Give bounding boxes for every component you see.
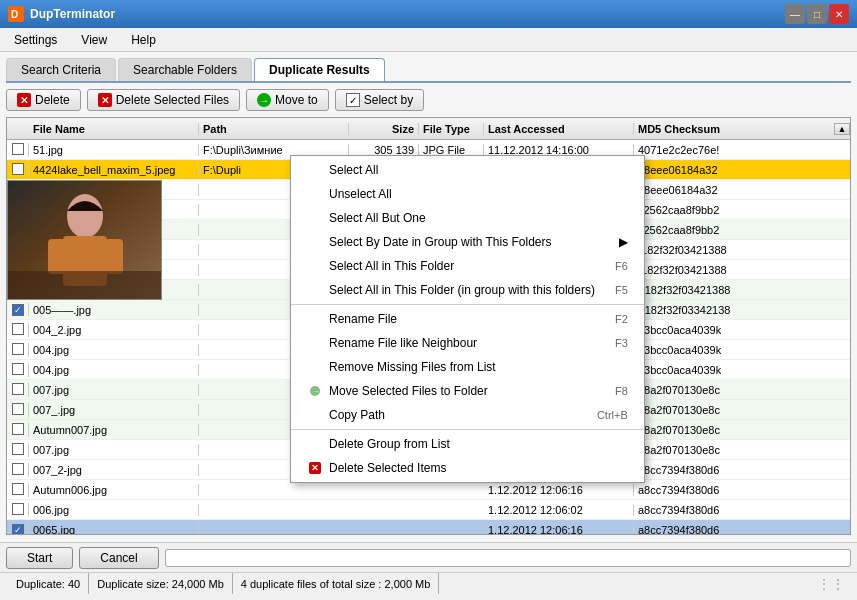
delete-selected-label: Delete Selected Files bbox=[116, 93, 229, 107]
select-by-button[interactable]: ✓ Select by bbox=[335, 89, 424, 111]
ctx-move-selected-label: Move Selected Files to Folder bbox=[329, 384, 595, 398]
row-filename: 006.jpg bbox=[29, 504, 199, 516]
row-checkbox[interactable] bbox=[7, 483, 29, 497]
delete-selected-button[interactable]: ✕ Delete Selected Files bbox=[87, 89, 240, 111]
ctx-separator-2 bbox=[291, 429, 644, 430]
close-button[interactable]: ✕ bbox=[829, 4, 849, 24]
row-checkbox[interactable]: ✓ bbox=[7, 523, 29, 534]
row-filename: 004_2.jpg bbox=[29, 324, 199, 336]
minimize-button[interactable]: — bbox=[785, 4, 805, 24]
row-filename: 007_.jpg bbox=[29, 404, 199, 416]
svg-text:✕: ✕ bbox=[311, 463, 319, 473]
ctx-select-all-folder-group[interactable]: Select All in This Folder (in group with… bbox=[291, 278, 644, 302]
ctx-separator-1 bbox=[291, 304, 644, 305]
row-accessed: 1.12.2012 12:06:16 bbox=[484, 524, 634, 535]
ctx-rename-like-neighbour[interactable]: Rename File like Neighbour F3 bbox=[291, 331, 644, 355]
ctx-shortcut-f3: F3 bbox=[615, 337, 628, 349]
status-duplicate-count: Duplicate: 40 bbox=[8, 573, 89, 594]
row-checkbox[interactable]: ✓ bbox=[7, 283, 29, 296]
row-checkbox[interactable] bbox=[7, 463, 29, 477]
ctx-shortcut-ctrlb: Ctrl+B bbox=[597, 409, 628, 421]
header-md5: MD5 Checksum bbox=[634, 123, 834, 135]
ctx-shortcut-f8: F8 bbox=[615, 385, 628, 397]
row-checkbox[interactable] bbox=[7, 143, 29, 157]
ctx-delete-selected[interactable]: ✕ Delete Selected Items bbox=[291, 456, 644, 480]
row-checkbox[interactable] bbox=[7, 263, 29, 277]
row-checkbox[interactable] bbox=[7, 163, 29, 177]
app-icon: D bbox=[8, 6, 24, 22]
row-checkbox[interactable] bbox=[7, 343, 29, 357]
row-md5: a8cc7394f380d6 bbox=[634, 464, 850, 476]
row-md5: f182f32f03421388 bbox=[634, 244, 850, 256]
tab-searchable-folders[interactable]: Searchable Folders bbox=[118, 58, 252, 81]
status-grip: ⋮⋮ bbox=[439, 576, 849, 592]
ctx-select-but-one[interactable]: Select All But One bbox=[291, 206, 644, 230]
menu-help[interactable]: Help bbox=[125, 31, 162, 49]
row-md5: c2562caa8f9bb2 bbox=[634, 224, 850, 236]
ctx-delete-group[interactable]: Delete Group from List bbox=[291, 432, 644, 456]
row-checkbox[interactable] bbox=[7, 203, 29, 217]
ctx-rename-file[interactable]: Rename File F2 bbox=[291, 307, 644, 331]
row-filename: 004.jpg bbox=[29, 344, 199, 356]
title-bar-left: D DupTerminator bbox=[8, 6, 115, 22]
ctx-select-all-folder-group-icon bbox=[307, 282, 323, 298]
row-checkbox[interactable]: ✓ bbox=[7, 303, 29, 316]
ctx-remove-missing-label: Remove Missing Files from List bbox=[329, 360, 628, 374]
cancel-button[interactable]: Cancel bbox=[79, 547, 158, 569]
row-md5: 53bcc0aca4039k bbox=[634, 344, 850, 356]
row-filename: 007.jpg bbox=[29, 444, 199, 456]
table-row[interactable]: 006.jpg 1.12.2012 12:06:02 a8cc7394f380d… bbox=[7, 500, 850, 520]
ctx-shortcut-f6: F6 bbox=[615, 260, 628, 272]
row-md5: c2562caa8f9bb2 bbox=[634, 204, 850, 216]
row-checkbox[interactable] bbox=[7, 243, 29, 257]
ctx-select-all-folder[interactable]: Select All in This Folder F6 bbox=[291, 254, 644, 278]
menu-settings[interactable]: Settings bbox=[8, 31, 63, 49]
menu-view[interactable]: View bbox=[75, 31, 113, 49]
row-filename: 44-jpg bbox=[29, 224, 199, 236]
app-title: DupTerminator bbox=[30, 7, 115, 21]
row-checkbox[interactable] bbox=[7, 383, 29, 397]
row-filename: 005.jpg bbox=[29, 284, 199, 296]
row-filename: 007_2-jpg bbox=[29, 464, 199, 476]
tab-search-criteria[interactable]: Search Criteria bbox=[6, 58, 116, 81]
row-checkbox[interactable] bbox=[7, 363, 29, 377]
bottom-bar: Start Cancel bbox=[0, 542, 857, 572]
row-md5: a8cc7394f380d6 bbox=[634, 524, 850, 535]
table-row[interactable]: ✓ 0065.jpg 1.12.2012 12:06:16 a8cc7394f3… bbox=[7, 520, 850, 534]
maximize-button[interactable]: □ bbox=[807, 4, 827, 24]
ctx-delete-group-label: Delete Group from List bbox=[329, 437, 628, 451]
row-checkbox[interactable] bbox=[7, 503, 29, 517]
tab-duplicate-results[interactable]: Duplicate Results bbox=[254, 58, 385, 81]
row-md5: 28a2f070130e8c bbox=[634, 424, 850, 436]
ctx-unselect-all[interactable]: Unselect All bbox=[291, 182, 644, 206]
row-md5: 28a2f070130e8c bbox=[634, 444, 850, 456]
row-filename: 4424lake_bell_max… bbox=[29, 184, 199, 196]
row-path: F:\Dupli\Зимние bbox=[199, 144, 349, 156]
ctx-rename-file-label: Rename File bbox=[329, 312, 595, 326]
ctx-select-all[interactable]: Select All bbox=[291, 158, 644, 182]
ctx-remove-missing[interactable]: Remove Missing Files from List bbox=[291, 355, 644, 379]
row-filename: Autumn005.jpg bbox=[29, 264, 199, 276]
start-button[interactable]: Start bbox=[6, 547, 73, 569]
row-checkbox[interactable] bbox=[7, 403, 29, 417]
row-type: JPG File bbox=[419, 144, 484, 156]
row-md5: F182f32f03342138 bbox=[634, 304, 850, 316]
ctx-rename-file-icon bbox=[307, 311, 323, 327]
row-filename: 005——.jpg bbox=[29, 304, 199, 316]
ctx-select-by-date[interactable]: Select By Date in Group with This Folder… bbox=[291, 230, 644, 254]
scroll-up-btn[interactable]: ▲ bbox=[834, 123, 850, 135]
row-md5: 53bcc0aca4039k bbox=[634, 364, 850, 376]
ctx-copy-path[interactable]: Copy Path Ctrl+B bbox=[291, 403, 644, 427]
svg-text:D: D bbox=[11, 9, 18, 20]
row-checkbox[interactable] bbox=[7, 223, 29, 237]
row-checkbox[interactable] bbox=[7, 183, 29, 197]
row-checkbox[interactable] bbox=[7, 323, 29, 337]
ctx-move-selected[interactable]: → Move Selected Files to Folder F8 bbox=[291, 379, 644, 403]
delete-button[interactable]: ✕ Delete bbox=[6, 89, 81, 111]
ctx-copy-path-icon bbox=[307, 407, 323, 423]
table-row[interactable]: Autumn006.jpg 1.12.2012 12:06:16 a8cc739… bbox=[7, 480, 850, 500]
move-to-button[interactable]: → Move to bbox=[246, 89, 329, 111]
row-md5: f182f32f03421388 bbox=[634, 264, 850, 276]
row-checkbox[interactable] bbox=[7, 443, 29, 457]
row-checkbox[interactable] bbox=[7, 423, 29, 437]
